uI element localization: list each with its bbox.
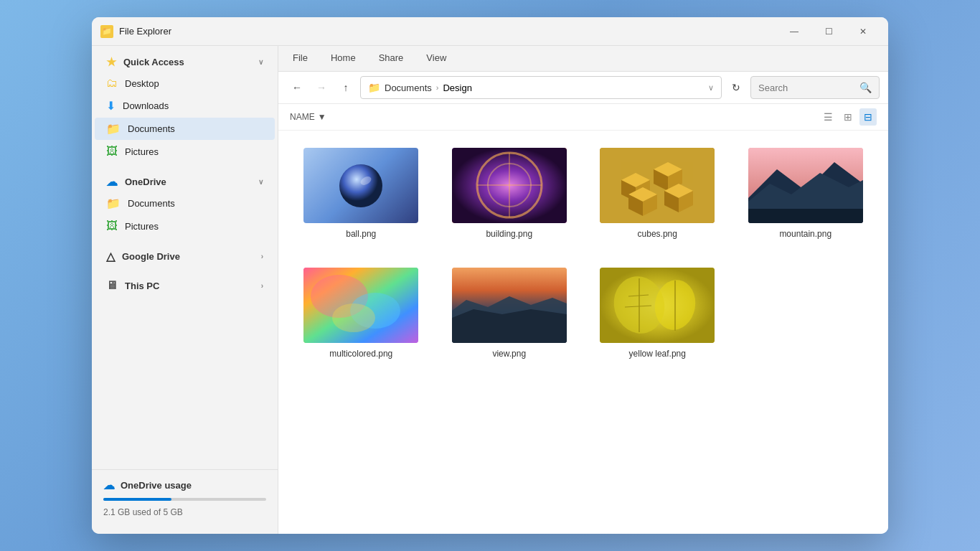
sidebar-item-od-documents[interactable]: 📁 Documents — [95, 192, 275, 215]
sidebar-item-desktop[interactable]: 🗂 Desktop — [95, 72, 275, 94]
sidebar-item-documents[interactable]: 📁 Documents — [95, 118, 275, 140]
svg-marker-30 — [452, 309, 567, 343]
od-pictures-label: Pictures — [125, 221, 159, 232]
this-pc-section: 🖥 This PC › — [92, 270, 278, 298]
sidebar-item-pictures[interactable]: 🖼 Pictures — [95, 141, 275, 162]
this-pc-label: This PC — [125, 281, 159, 291]
svg-rect-23 — [748, 209, 863, 223]
onedrive-usage-label: ☁ OneDrive usage — [103, 479, 266, 492]
this-pc-icon: 🖥 — [106, 279, 118, 292]
onedrive-section: ☁ OneDrive ∨ 📁 Documents 🖼 Pictures — [92, 166, 278, 240]
file-item-yellowleaf[interactable]: yellow leaf.png — [589, 262, 726, 364]
file-name-view: view.png — [492, 349, 526, 359]
address-bar[interactable]: 📁 Documents › Design ∨ — [360, 76, 722, 99]
thumbnail-cubes — [600, 148, 715, 223]
onedrive-footer-icon: ☁ — [103, 479, 115, 492]
thumbnail-multicolored — [303, 268, 418, 343]
thumbnail-mountain — [748, 148, 863, 223]
this-pc-header[interactable]: 🖥 This PC › — [95, 273, 275, 295]
google-drive-label: Google Drive — [122, 251, 180, 262]
file-name-cubes: cubes.png — [638, 229, 677, 239]
onedrive-chevron: ∨ — [258, 178, 263, 186]
onedrive-progress-fill — [103, 498, 171, 501]
address-folder-icon: 📁 — [368, 82, 380, 93]
address-current: Design — [443, 83, 471, 93]
minimize-button[interactable]: — — [778, 21, 811, 42]
file-name-yellowleaf: yellow leaf.png — [629, 349, 686, 359]
title-bar-left: 📁 File Explorer — [100, 25, 778, 38]
address-chevron-icon: ∨ — [708, 83, 714, 93]
list-view-button[interactable]: ☰ — [819, 108, 837, 126]
desktop-label: Desktop — [125, 78, 159, 89]
sort-icon: ▼ — [318, 112, 326, 122]
file-item-mountain[interactable]: mountain.png — [738, 142, 875, 245]
content-area: File Home Share View ← → ↑ 📁 Documents ›… — [278, 46, 888, 534]
name-sort-button[interactable]: NAME ▼ — [290, 112, 326, 122]
picture-icon-od: 🖼 — [106, 220, 118, 232]
file-name-ball: ball.png — [346, 229, 376, 239]
quick-access-label: Quick Access — [123, 57, 184, 67]
google-drive-chevron: › — [261, 253, 263, 260]
maximize-button[interactable]: ☐ — [812, 21, 845, 42]
sidebar-item-od-pictures[interactable]: 🖼 Pictures — [95, 215, 275, 237]
tab-home[interactable]: Home — [328, 46, 359, 72]
window-controls: — ☐ ✕ — [778, 21, 880, 42]
toolbar: ← → ↑ 📁 Documents › Design ∨ ↻ 🔍 — [278, 72, 888, 104]
onedrive-usage-text: 2.1 GB used of 5 GB — [103, 507, 183, 517]
quick-access-header[interactable]: ★ Quick Access ∨ — [95, 50, 275, 72]
tab-view[interactable]: View — [423, 46, 449, 72]
file-item-building[interactable]: building.png — [441, 142, 578, 245]
view-controls: ☰ ⊞ ⊟ — [819, 108, 877, 126]
sidebar-item-downloads[interactable]: ⬇ Downloads — [95, 95, 275, 117]
search-icon: 🔍 — [859, 82, 872, 93]
tab-file[interactable]: File — [290, 46, 311, 72]
folder-icon: 🗂 — [106, 77, 118, 90]
address-separator: › — [436, 83, 439, 92]
search-box[interactable]: 🔍 — [750, 76, 880, 99]
file-name-building: building.png — [486, 229, 532, 239]
refresh-button[interactable]: ↻ — [726, 77, 746, 98]
file-name-multicolored: multicolored.png — [329, 349, 392, 359]
thumbnail-view — [452, 268, 567, 343]
sidebar-footer: ☁ OneDrive usage 2.1 GB used of 5 GB — [92, 469, 278, 527]
downloads-label: Downloads — [123, 100, 169, 111]
back-button[interactable]: ← — [287, 77, 307, 98]
onedrive-header[interactable]: ☁ OneDrive ∨ — [95, 169, 275, 192]
google-drive-section: △ Google Drive › — [92, 240, 278, 270]
up-button[interactable]: ↑ — [336, 77, 356, 98]
folder-icon-docs: 📁 — [106, 122, 121, 136]
thumbnail-ball — [303, 148, 418, 223]
file-grid: ball.png — [278, 131, 888, 534]
google-drive-header[interactable]: △ Google Drive › — [95, 244, 275, 266]
picture-icon: 🖼 — [106, 145, 118, 158]
tab-share[interactable]: Share — [376, 46, 407, 72]
thumbnail-yellowleaf — [600, 268, 715, 343]
title-bar: 📁 File Explorer — ☐ ✕ — [92, 17, 888, 46]
od-documents-label: Documents — [128, 198, 175, 209]
file-name-mountain: mountain.png — [779, 229, 831, 239]
onedrive-progress-bg — [103, 498, 266, 501]
details-view-button[interactable]: ⊞ — [839, 108, 857, 126]
file-item-cubes[interactable]: cubes.png — [589, 142, 726, 245]
name-sort-label: NAME — [290, 112, 315, 122]
file-item-ball[interactable]: ball.png — [293, 142, 430, 245]
search-input[interactable] — [758, 83, 855, 93]
app-title: File Explorer — [119, 26, 171, 37]
file-header: NAME ▼ ☰ ⊞ ⊟ — [278, 104, 888, 131]
main-layout: ★ Quick Access ∨ 🗂 Desktop ⬇ Downloads 📁… — [92, 46, 888, 534]
folder-icon-od: 📁 — [106, 197, 121, 210]
file-explorer-window: 📁 File Explorer — ☐ ✕ ★ Quick Access ∨ 🗂… — [92, 17, 888, 534]
svg-point-27 — [332, 303, 375, 332]
google-drive-icon: △ — [106, 250, 115, 263]
this-pc-chevron: › — [261, 282, 263, 290]
file-item-multicolored[interactable]: multicolored.png — [293, 262, 430, 364]
quick-access-chevron: ∨ — [258, 58, 263, 66]
svg-point-0 — [339, 164, 382, 207]
onedrive-label: OneDrive — [125, 176, 166, 187]
close-button[interactable]: ✕ — [847, 21, 880, 42]
forward-button[interactable]: → — [311, 77, 331, 98]
pictures-label: Pictures — [125, 146, 159, 157]
file-item-view[interactable]: view.png — [441, 262, 578, 364]
grid-view-button[interactable]: ⊟ — [859, 108, 877, 126]
sidebar: ★ Quick Access ∨ 🗂 Desktop ⬇ Downloads 📁… — [92, 46, 278, 534]
